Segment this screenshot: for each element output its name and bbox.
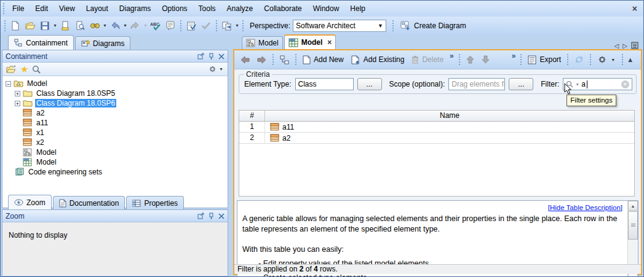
tree-item-class-diagram-sp5[interactable]: Class Diagram 18.0SP5 xyxy=(2,88,228,98)
tree-item-a2[interactable]: a2 xyxy=(2,108,228,118)
scroll-up-icon[interactable]: ▲ xyxy=(628,201,638,211)
filter-input[interactable]: ▾ a × xyxy=(563,78,632,90)
tree-item-model-diagram[interactable]: Model xyxy=(2,147,228,157)
expander-plus-icon[interactable] xyxy=(15,91,20,96)
import-export-dropdown-icon[interactable]: ▾ xyxy=(234,23,240,28)
toolbar-grip[interactable] xyxy=(566,54,570,65)
tree-item-model-table[interactable]: Model xyxy=(2,157,228,167)
toolbar-grip[interactable] xyxy=(519,54,523,65)
tab-model-table[interactable]: Model × xyxy=(284,34,336,49)
find-dropdown-icon[interactable]: ▾ xyxy=(102,23,108,28)
add-new-button[interactable]: Add New xyxy=(299,52,348,67)
tree-item-class-diagram-sp6[interactable]: Class Diagram 18.0SP6 xyxy=(2,98,228,108)
open-element-icon[interactable] xyxy=(6,65,17,74)
export-button[interactable]: Export xyxy=(524,52,565,67)
delete-button[interactable]: Delete xyxy=(408,52,447,67)
tab-zoom[interactable]: Zoom xyxy=(8,195,52,209)
select-in-containment-button[interactable] xyxy=(276,52,293,67)
pin-icon[interactable] xyxy=(209,53,214,60)
save-icon[interactable] xyxy=(38,19,52,33)
tab-list-icon[interactable] xyxy=(631,42,638,49)
expander-plus-icon[interactable] xyxy=(15,101,20,106)
open-project-icon[interactable] xyxy=(23,19,38,33)
back-button[interactable] xyxy=(237,52,253,67)
quick-find-icon[interactable] xyxy=(32,65,41,74)
scope-field[interactable]: Drag elements fro xyxy=(448,78,505,90)
toolbar-grip[interactable] xyxy=(241,20,245,31)
toolbar-grip[interactable] xyxy=(271,54,275,65)
float-panel-icon[interactable] xyxy=(197,213,204,219)
tab-diagrams[interactable]: Diagrams xyxy=(75,36,130,50)
tree-item-x1[interactable]: x1 xyxy=(2,128,228,138)
scope-browse-button[interactable]: ... xyxy=(509,78,533,90)
print-icon[interactable] xyxy=(58,19,73,33)
pin-icon[interactable] xyxy=(209,213,214,220)
toolbar-grip[interactable] xyxy=(215,20,218,31)
redo-dropdown-icon[interactable]: ▾ xyxy=(143,23,148,28)
tab-close-icon[interactable]: × xyxy=(327,38,332,47)
hide-table-description-link[interactable]: [Hide Table Description] xyxy=(242,203,622,213)
menu-edit[interactable]: Edit xyxy=(30,1,54,17)
tab-containment[interactable]: Containment xyxy=(8,35,74,50)
table-row[interactable]: 1 a11 xyxy=(239,122,634,133)
window-close-icon[interactable]: × xyxy=(632,4,637,14)
float-panel-icon[interactable] xyxy=(197,53,204,60)
move-down-button[interactable] xyxy=(478,52,493,67)
notes-icon[interactable] xyxy=(163,19,178,33)
tab-scroll-right-icon[interactable]: ▷ xyxy=(622,42,627,49)
undo-dropdown-icon[interactable]: ▾ xyxy=(122,23,128,28)
clear-filter-icon[interactable]: × xyxy=(621,80,629,88)
menu-tools[interactable]: Tools xyxy=(193,1,221,17)
menu-view[interactable]: View xyxy=(54,1,81,17)
toolbar-grip[interactable] xyxy=(621,54,624,65)
tree-item-model-root[interactable]: Model xyxy=(2,79,228,88)
settings-gear-icon[interactable] xyxy=(208,64,217,74)
new-project-icon[interactable] xyxy=(8,19,23,33)
close-panel-icon[interactable] xyxy=(218,53,225,60)
move-up-button[interactable] xyxy=(463,52,478,67)
validate-icon[interactable] xyxy=(184,19,199,33)
toolbar-grip[interactable] xyxy=(458,54,461,65)
menu-help[interactable]: Help xyxy=(344,1,371,17)
filter-options-dropdown-icon[interactable]: ▾ xyxy=(574,82,580,87)
menu-options[interactable]: Options xyxy=(156,1,193,17)
expander-minus-icon[interactable] xyxy=(6,81,11,87)
menu-collaborate[interactable]: Collaborate xyxy=(258,1,307,17)
settings-dropdown-icon[interactable]: ▾ xyxy=(218,66,224,72)
spelling-icon[interactable]: ABC xyxy=(148,19,163,33)
tab-model-diagram[interactable]: Model xyxy=(242,36,283,49)
column-header-number[interactable]: # xyxy=(239,111,265,121)
menu-layout[interactable]: Layout xyxy=(81,1,114,17)
menu-file[interactable]: File xyxy=(7,1,30,17)
tab-documentation[interactable]: Documentation xyxy=(53,196,125,209)
perspective-select[interactable]: Software Architect ▼ xyxy=(293,20,386,32)
menu-diagrams[interactable]: Diagrams xyxy=(114,1,156,17)
toolbar-grip[interactable] xyxy=(179,20,183,31)
tree-item-a11[interactable]: a11 xyxy=(2,118,228,128)
forward-button[interactable] xyxy=(253,52,270,67)
scrollbar-thumb[interactable] xyxy=(628,211,638,240)
redo-icon[interactable] xyxy=(128,19,143,33)
find-icon[interactable] xyxy=(87,19,102,33)
toolbar-grip[interactable] xyxy=(589,54,592,65)
tab-properties[interactable]: Properties xyxy=(126,196,184,209)
menu-window[interactable]: Window xyxy=(308,1,345,17)
print-preview-icon[interactable] xyxy=(73,19,87,33)
toolbar-grip[interactable] xyxy=(2,3,6,14)
import-export-icon[interactable] xyxy=(220,19,234,33)
undo-icon[interactable] xyxy=(108,19,122,33)
toolbar-overflow-icon[interactable]: » xyxy=(447,50,456,61)
save-dropdown-icon[interactable]: ▾ xyxy=(52,23,58,28)
close-panel-icon[interactable] xyxy=(218,213,225,219)
column-header-name[interactable]: Name xyxy=(265,111,634,121)
toolbar-grip[interactable] xyxy=(294,54,298,65)
tree-item-x2[interactable]: x2 xyxy=(2,138,228,147)
element-type-browse-button[interactable]: ... xyxy=(357,78,382,90)
add-existing-button[interactable]: Add Existing xyxy=(348,52,408,67)
refresh-button[interactable] xyxy=(571,52,587,67)
table-settings-button[interactable]: ▾ xyxy=(594,52,619,67)
menu-analyze[interactable]: Analyze xyxy=(221,1,259,17)
tab-scroll-left-icon[interactable]: ◁ xyxy=(614,42,619,49)
toolbar-grip[interactable] xyxy=(3,20,7,31)
element-type-field[interactable]: Class xyxy=(295,78,354,90)
